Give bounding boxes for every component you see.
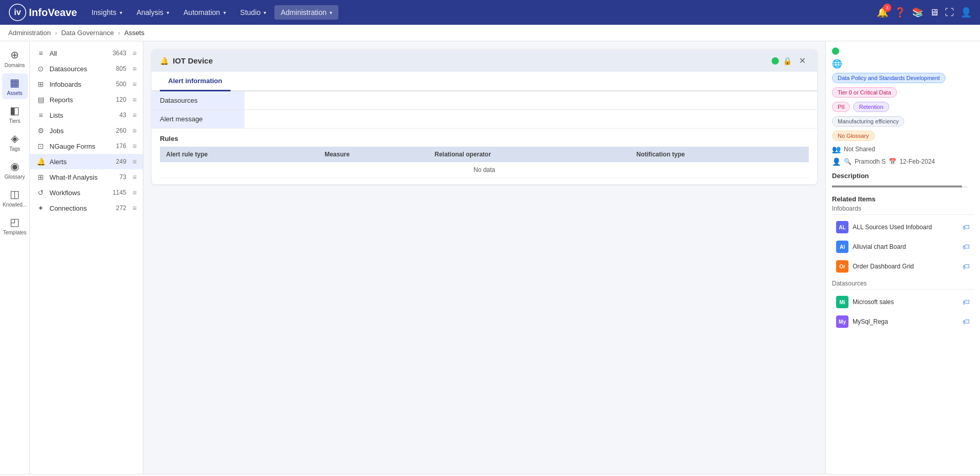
- related-item-all-sources[interactable]: AL ALL Sources Used Infoboard 🏷: [832, 218, 974, 236]
- device-status-indicator: [772, 57, 779, 65]
- infoboards-subsection-title: Infoboards: [832, 205, 974, 215]
- datasources-menu-icon: ≡: [133, 65, 137, 73]
- tag-no-glossary[interactable]: No Glossary: [832, 131, 875, 141]
- nav-administration[interactable]: Administration▾: [274, 5, 338, 20]
- alert-info-table: Datasources Alert message: [152, 91, 817, 129]
- expand-button[interactable]: ⛶: [945, 7, 954, 18]
- nav-studio[interactable]: Studio▾: [234, 5, 273, 20]
- close-button[interactable]: ✕: [796, 55, 809, 67]
- datasources-subsection-title: Datasources: [832, 280, 974, 290]
- infoboards-icon: ⊞: [36, 80, 45, 88]
- domains-icon: ⊕: [10, 49, 19, 61]
- tag-manufacturing[interactable]: Manufacturing efficiency: [832, 116, 904, 126]
- tag-pii[interactable]: PII: [832, 102, 850, 112]
- datasources-icon: ⊙: [36, 65, 45, 73]
- tag-retention[interactable]: Retention: [853, 102, 889, 112]
- app-logo: iv InfoVeave: [8, 3, 77, 22]
- workflows-icon: ↺: [36, 188, 45, 197]
- all-sources-label: ALL Sources Used Infoboard: [853, 224, 958, 231]
- asset-item-infoboards[interactable]: ⊞ Infoboards 500 ≡: [30, 76, 143, 92]
- col-measure: Measure: [318, 147, 428, 162]
- order-dashboard-icon: Or: [836, 260, 848, 273]
- glossary-icon: ◉: [10, 160, 19, 172]
- asset-item-datasources[interactable]: ⊙ Datasources 805 ≡: [30, 61, 143, 76]
- ngauge-menu-icon: ≡: [133, 142, 137, 150]
- whatif-icon: ⊞: [36, 173, 45, 181]
- all-menu-icon: ≡: [133, 49, 137, 57]
- connections-menu-icon: ≡: [133, 204, 137, 212]
- alerts-menu-icon: ≡: [133, 157, 137, 166]
- share-icon: 👥: [832, 145, 841, 153]
- asset-item-all[interactable]: ≡ All 3643 ≡: [30, 45, 143, 61]
- nav-links: Insights▾ Analysis▾ Automation▾ Studio▾ …: [85, 5, 877, 20]
- breadcrumb: Administration › Data Governance › Asset…: [0, 25, 980, 41]
- breadcrumb-assets[interactable]: Assets: [124, 29, 144, 37]
- panel-tabs: Alert information: [152, 72, 817, 91]
- rules-table: Alert rule type Measure Relational opera…: [160, 147, 809, 178]
- asset-item-workflows[interactable]: ↺ Workflows 1145 ≡: [30, 185, 143, 200]
- description-text: ▬▬▬▬▬▬▬▬▬▬▬▬▬▬▬▬▬▬▬▬▬▬▬▬▬▬▬▬▬▬▬▬▬▬▬▬: [832, 182, 974, 189]
- breadcrumb-administration[interactable]: Administration: [8, 29, 51, 37]
- help-button[interactable]: ❓: [894, 7, 906, 18]
- sidebar-item-assets[interactable]: ▦ Assets: [2, 73, 28, 99]
- sidebar-item-glossary[interactable]: ◉ Glossary: [2, 157, 28, 183]
- related-item-order-dashboard[interactable]: Or Order Dashboard Grid 🏷: [832, 257, 974, 276]
- tag-row-pii-retention: PII Retention: [832, 102, 974, 112]
- sidebar-item-templates[interactable]: ◰ Templates: [2, 213, 28, 239]
- asset-item-jobs[interactable]: ⚙ Jobs 260 ≡: [30, 123, 143, 138]
- not-shared-label: Not Shared: [844, 146, 875, 153]
- tag-tier-critical[interactable]: Tier 0 or Critical Data: [832, 87, 897, 98]
- breadcrumb-sep-1: ›: [55, 29, 57, 37]
- alluvial-tag-icon: 🏷: [962, 243, 970, 251]
- sidebar-item-tags[interactable]: ◈ Tags: [2, 129, 28, 155]
- asset-item-lists[interactable]: ≡ Lists 43 ≡: [30, 107, 143, 123]
- bell-icon: 🔔: [160, 57, 169, 65]
- asset-item-reports[interactable]: ▤ Reports 120 ≡: [30, 92, 143, 107]
- breadcrumb-data-governance[interactable]: Data Governance: [61, 29, 114, 37]
- asset-item-whatif[interactable]: ⊞ What-If Analysis 73 ≡: [30, 169, 143, 185]
- tag-row-tier: Tier 0 or Critical Data: [832, 87, 974, 98]
- table-row: Alert message: [152, 110, 817, 129]
- tag-row-policy: Data Policy and Standards Development: [832, 73, 974, 83]
- asset-item-connections[interactable]: ✦ Connections 272 ≡: [30, 200, 143, 216]
- monitor-button[interactable]: 🖥: [929, 7, 939, 18]
- col-notification-type: Notification type: [630, 147, 809, 162]
- icon-sidebar: ⊕ Domains ▦ Assets ◧ Tiers ◈ Tags ◉ Glos…: [0, 41, 30, 474]
- lists-icon: ≡: [36, 111, 45, 119]
- notifications-button[interactable]: 🔔 3: [877, 7, 888, 18]
- main-content: 🔔 IOT Device 🔒 ✕ Alert information Datas…: [143, 41, 825, 474]
- device-panel-header: 🔔 IOT Device 🔒 ✕: [152, 50, 817, 72]
- sidebar-item-domains[interactable]: ⊕ Domains: [2, 45, 28, 71]
- profile-button[interactable]: 👤: [960, 7, 972, 18]
- assets-list: ≡ All 3643 ≡ ⊙ Datasources 805 ≡ ⊞ Infob…: [30, 41, 143, 474]
- related-item-mysql[interactable]: My MySql_Rega 🏷: [832, 312, 974, 331]
- table-row: No data: [160, 162, 809, 178]
- assets-icon: ▦: [10, 76, 20, 89]
- related-item-microsoft-sales[interactable]: Mi Microsoft sales 🏷: [832, 293, 974, 311]
- right-panel: 🌐 Data Policy and Standards Development …: [825, 41, 980, 474]
- nav-analysis[interactable]: Analysis▾: [130, 5, 175, 20]
- asset-item-alerts[interactable]: 🔔 Alerts 249 ≡: [30, 154, 143, 169]
- footer: © 2013-2025 Noesys Software Pvt. Ltd.: [0, 474, 980, 476]
- sidebar-item-tiers[interactable]: ◧ Tiers: [2, 101, 28, 127]
- related-items-title: Related Items: [832, 195, 974, 203]
- library-button[interactable]: 📚: [912, 7, 923, 18]
- tag-data-policy[interactable]: Data Policy and Standards Development: [832, 73, 945, 83]
- user-icon: 👤: [832, 157, 841, 166]
- nav-automation[interactable]: Automation▾: [177, 5, 232, 20]
- whatif-menu-icon: ≡: [133, 173, 137, 181]
- meta-row: 👤 🔍 Pramodh S 📅 12-Feb-2024: [832, 157, 974, 166]
- asset-item-ngauge[interactable]: ⊡ NGauge Forms 176 ≡: [30, 138, 143, 154]
- all-sources-tag-icon: 🏷: [962, 223, 970, 231]
- microsoft-sales-tag-icon: 🏷: [962, 298, 970, 306]
- nav-insights[interactable]: Insights▾: [85, 5, 128, 20]
- breadcrumb-sep-2: ›: [118, 29, 120, 37]
- mysql-tag-icon: 🏷: [962, 318, 970, 326]
- ngauge-icon: ⊡: [36, 142, 45, 150]
- rules-title: Rules: [160, 135, 809, 142]
- sidebar-item-knowledge[interactable]: ◫ Knowled...: [2, 185, 28, 211]
- meta-date: 12-Feb-2024: [900, 158, 935, 165]
- tiers-icon: ◧: [10, 104, 20, 117]
- related-item-alluvial[interactable]: Al Alluvial chart Board 🏷: [832, 237, 974, 256]
- tab-alert-information[interactable]: Alert information: [160, 72, 231, 91]
